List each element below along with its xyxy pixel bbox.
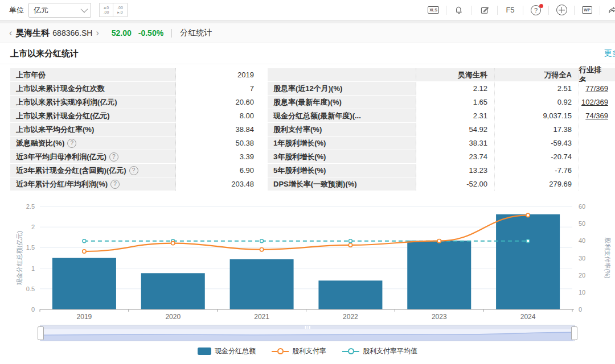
rank-cell — [579, 150, 615, 163]
back-chevron-icon[interactable]: ‹ — [6, 28, 15, 38]
unit-select-value: 亿元 — [34, 5, 48, 15]
row-label: DPS增长率(一致预测)(%) — [268, 177, 416, 191]
market-value: 279.69 — [494, 177, 579, 191]
company-value: 54.92 — [416, 123, 494, 136]
datazoom-grip-icon[interactable] — [305, 326, 310, 329]
toolbar-divider — [574, 6, 575, 15]
more-link[interactable]: 更多 — [604, 48, 615, 59]
datazoom-slider[interactable] — [40, 325, 575, 341]
rank-cell — [579, 136, 615, 150]
toolbar-divider — [472, 6, 472, 15]
share-icon — [608, 5, 615, 15]
rank-cell: 74/369 — [579, 109, 615, 122]
svg-text:60: 60 — [579, 203, 585, 210]
breadcrumb: ‹ 昊海生科 688366.SH › 52.00 -0.50% 分红统计 — [0, 23, 615, 43]
notification-button[interactable] — [452, 3, 466, 17]
row-label: 上市以来累计现金分红(亿元) — [10, 109, 176, 122]
company-value: 2.31 — [416, 109, 494, 122]
svg-text:0: 0 — [579, 306, 582, 313]
help-icon[interactable]: ? — [109, 152, 118, 162]
breadcrumb-divider — [171, 29, 172, 38]
toolbar-divider — [446, 6, 446, 15]
chart-legend: 现金分红总额 股利支付率 股利支付率平均值 — [0, 346, 615, 356]
table-row: 1年股利增长(%)38.31-59.43 — [268, 136, 615, 150]
help-icon[interactable]: ? — [110, 180, 120, 189]
top-toolbar: 单位 亿元 ◂.0 .00 .00 ▸.0 XLS — [0, 0, 615, 20]
datazoom-minichart — [40, 330, 573, 341]
forward-chevron-icon[interactable]: › — [92, 28, 102, 38]
row-label: 股息率(最新年度)(%) — [268, 96, 416, 109]
legend-label: 现金分红总额 — [215, 346, 256, 356]
stock-code: 688366.SH — [52, 28, 92, 38]
table-row: 派息融资比(%)?50.38 — [10, 136, 260, 150]
f5-icon: F5 — [506, 6, 514, 14]
refresh-f5-button[interactable]: F5 — [503, 3, 517, 17]
row-value: 7 — [176, 82, 260, 95]
add-button[interactable] — [555, 3, 568, 17]
company-value: 23.74 — [416, 150, 494, 163]
rank-link[interactable]: 102/369 — [581, 98, 608, 106]
unit-label: 单位 — [9, 5, 24, 15]
help-icon[interactable]: ? — [129, 166, 138, 175]
chart-canvas: 20192020202120222023202400.511.522.50102… — [0, 199, 615, 323]
xls-icon: XLS — [428, 6, 439, 14]
row-value: 6.90 — [176, 164, 260, 177]
table-row: 上市以来累计现金分红次数7 — [10, 82, 260, 95]
svg-text:2023: 2023 — [432, 313, 447, 321]
section-title: 上市以来分红统计 — [10, 48, 79, 59]
row-label: 近3年累计分红/年均利润(%)? — [10, 177, 176, 191]
rank-cell — [579, 164, 615, 177]
table-row: 上市以来累计实现净利润(亿元)20.60 — [10, 96, 260, 109]
bar-swatch-icon — [198, 348, 211, 355]
legend-item-bar[interactable]: 现金分红总额 — [198, 346, 256, 356]
toolbar-divider — [548, 6, 549, 15]
increase-decimals-button[interactable]: .00 ▸.0 — [113, 3, 128, 17]
datazoom-right-handle[interactable] — [571, 326, 577, 340]
svg-text:0: 0 — [31, 306, 35, 313]
notification-dot — [539, 4, 543, 8]
svg-text:50: 50 — [579, 220, 585, 227]
legend-label: 股利支付率平均值 — [363, 346, 417, 356]
market-value: 9,037.15 — [494, 109, 579, 122]
stock-name: 昊海生科 — [15, 28, 50, 39]
rank-link[interactable]: 74/369 — [585, 111, 608, 120]
row-label: 派息融资比(%)? — [10, 136, 176, 150]
edit-button[interactable] — [478, 3, 491, 17]
svg-text:1.5: 1.5 — [26, 244, 35, 251]
export-xls-button[interactable]: XLS — [427, 3, 440, 17]
market-value: -7.76 — [494, 164, 579, 177]
decrease-decimals-button[interactable]: ◂.0 .00 — [99, 3, 113, 17]
help-icon[interactable]: ? — [67, 139, 76, 148]
unit-select[interactable]: 亿元 — [28, 3, 91, 18]
dashed-line-marker-icon — [342, 348, 359, 354]
help-button[interactable]: ? — [529, 3, 543, 17]
table-row: 近3年累计现金分红(含回购)(亿元)?6.90 — [10, 164, 260, 177]
plus-icon — [556, 5, 567, 15]
row-label: 5年股利增长(%) — [268, 164, 416, 177]
edit-icon — [479, 5, 490, 15]
legend-item-avgline[interactable]: 股利支付率平均值 — [342, 346, 417, 356]
row-value: 20.60 — [176, 96, 260, 109]
row-value: 38.84 — [176, 123, 260, 136]
column-header: 行业排名 — [579, 68, 615, 81]
wp-report-button[interactable]: WP — [580, 3, 594, 17]
stock-change: -0.50% — [138, 28, 163, 38]
row-label: 1年股利增长(%) — [268, 136, 416, 150]
svg-text:2.5: 2.5 — [26, 203, 35, 210]
share-button[interactable] — [606, 3, 615, 17]
legend-item-line[interactable]: 股利支付率 — [272, 346, 326, 356]
row-value: 2019 — [176, 68, 260, 81]
svg-text:30: 30 — [579, 255, 585, 262]
row-value: 50.38 — [176, 136, 260, 150]
table-row: 上市以来累计现金分红(亿元)8.00 — [10, 109, 260, 122]
page-name: 分红统计 — [180, 28, 212, 38]
datazoom-left-handle[interactable] — [38, 326, 44, 340]
svg-text:股利支付率(%): 股利支付率(%) — [604, 237, 611, 278]
market-value: 2.51 — [494, 82, 579, 95]
market-value: 17.38 — [494, 123, 579, 136]
rank-link[interactable]: 77/369 — [585, 84, 608, 93]
table-row: 上市年份2019 — [10, 68, 260, 81]
row-label: 股利支付率(%) — [268, 123, 416, 136]
line-marker-icon — [272, 348, 289, 354]
row-label: 上市以来累计实现净利润(亿元) — [10, 96, 176, 109]
